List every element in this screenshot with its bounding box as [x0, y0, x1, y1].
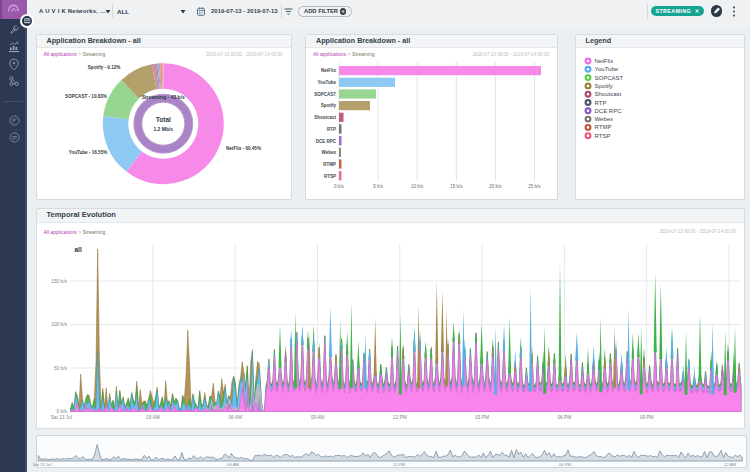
- svg-text:06 AM: 06 AM: [228, 415, 242, 420]
- svg-text:SOPCAST - 10.83%: SOPCAST - 10.83%: [65, 94, 107, 99]
- svg-text:150 b/s: 150 b/s: [51, 279, 67, 284]
- svg-text:Spotify: Spotify: [595, 83, 613, 89]
- svg-text:12 PM: 12 PM: [393, 415, 407, 420]
- svg-text:06 AM: 06 AM: [227, 462, 239, 467]
- svg-text:all: all: [75, 246, 82, 253]
- svg-text:RTP: RTP: [327, 127, 336, 132]
- svg-text:YouTube - 16.55%: YouTube - 16.55%: [69, 150, 108, 155]
- svg-text:20 b/s: 20 b/s: [489, 184, 502, 189]
- svg-text:12 AM: 12 AM: [724, 462, 736, 467]
- svg-text:03 PM: 03 PM: [475, 415, 489, 420]
- svg-text:09 AM: 09 AM: [311, 415, 325, 420]
- svg-text:YouTube: YouTube: [317, 80, 336, 85]
- svg-text:DCE RPC: DCE RPC: [316, 139, 337, 144]
- svg-text:NetFlix: NetFlix: [321, 68, 337, 73]
- svg-text:15 b/s: 15 b/s: [450, 184, 463, 189]
- svg-text:0 b/s: 0 b/s: [334, 184, 345, 189]
- svg-text:5 b/s: 5 b/s: [373, 184, 384, 189]
- svg-text:25 b/s: 25 b/s: [528, 184, 541, 189]
- svg-text:Webex: Webex: [595, 116, 614, 122]
- svg-text:DCE RPC: DCE RPC: [595, 108, 623, 114]
- svg-text:Shoutcast: Shoutcast: [595, 91, 622, 97]
- svg-text:NetFlix: NetFlix: [595, 58, 614, 64]
- svg-text:Shoutcast: Shoutcast: [314, 115, 336, 120]
- svg-text:YouTube: YouTube: [595, 66, 619, 72]
- svg-text:SOPCAST: SOPCAST: [314, 92, 336, 97]
- svg-text:Spotify: Spotify: [321, 103, 337, 108]
- svg-text:RTSP: RTSP: [595, 133, 611, 139]
- svg-text:12 PM: 12 PM: [393, 462, 406, 467]
- svg-text:Streaming - 43 b/s: Streaming - 43 b/s: [142, 94, 185, 100]
- svg-text:Spotify - 9.12%: Spotify - 9.12%: [88, 65, 121, 70]
- svg-text:06 PM: 06 PM: [559, 462, 572, 467]
- svg-text:1.2 Mb/s: 1.2 Mb/s: [153, 126, 173, 132]
- svg-text:Sat 13 Jul: Sat 13 Jul: [51, 415, 72, 420]
- svg-text:09 PM: 09 PM: [640, 415, 654, 420]
- svg-text:RTMP: RTMP: [323, 162, 336, 167]
- svg-text:SOPCAST: SOPCAST: [595, 75, 624, 81]
- svg-text:RTP: RTP: [595, 100, 607, 106]
- svg-text:NetFlix - 60.45%: NetFlix - 60.45%: [226, 146, 261, 151]
- svg-text:100 b/s: 100 b/s: [51, 322, 67, 327]
- svg-text:RTSP: RTSP: [324, 174, 336, 179]
- svg-text:03 AM: 03 AM: [146, 415, 160, 420]
- svg-text:06 PM: 06 PM: [557, 415, 571, 420]
- svg-text:50 b/s: 50 b/s: [54, 366, 68, 371]
- svg-text:Webex: Webex: [322, 150, 337, 155]
- svg-text:10 b/s: 10 b/s: [411, 184, 424, 189]
- svg-text:RTMP: RTMP: [595, 124, 612, 130]
- svg-text:0 b/s: 0 b/s: [57, 409, 68, 414]
- svg-text:Total: Total: [156, 116, 171, 123]
- svg-text:Sat 13 Jul: Sat 13 Jul: [33, 462, 52, 467]
